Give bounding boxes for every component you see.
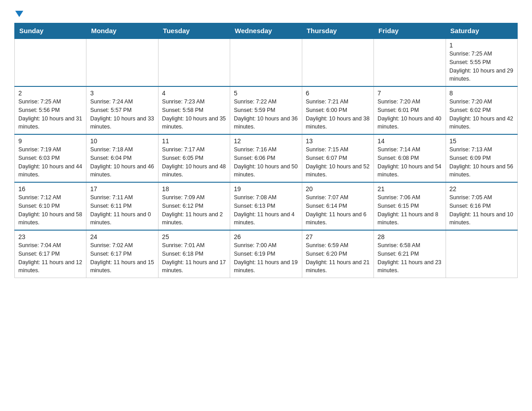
day-info: Sunrise: 7:15 AMSunset: 6:07 PMDaylight:… [306, 146, 370, 179]
day-number: 18 [162, 185, 226, 193]
day-info: Sunrise: 7:20 AMSunset: 6:01 PMDaylight:… [378, 98, 442, 131]
calendar-cell: 17Sunrise: 7:11 AMSunset: 6:11 PMDayligh… [86, 182, 158, 230]
logo-triangle-icon [15, 11, 23, 17]
calendar-cell: 25Sunrise: 7:01 AMSunset: 6:18 PMDayligh… [158, 230, 230, 278]
day-number: 23 [18, 233, 82, 240]
calendar-cell [302, 39, 373, 86]
day-info: Sunrise: 7:25 AMSunset: 5:56 PMDaylight:… [18, 98, 82, 131]
day-number: 11 [162, 137, 226, 145]
calendar-cell: 2Sunrise: 7:25 AMSunset: 5:56 PMDaylight… [15, 86, 86, 134]
calendar-cell: 7Sunrise: 7:20 AMSunset: 6:01 PMDaylight… [374, 86, 446, 134]
day-number: 4 [162, 90, 226, 97]
day-number: 22 [450, 185, 514, 193]
day-info: Sunrise: 7:22 AMSunset: 5:59 PMDaylight:… [234, 98, 298, 131]
day-number: 8 [450, 90, 514, 97]
calendar-cell: 14Sunrise: 7:14 AMSunset: 6:08 PMDayligh… [374, 134, 446, 182]
day-number: 10 [90, 137, 154, 145]
logo [14, 11, 23, 16]
calendar-cell [158, 39, 230, 86]
day-info: Sunrise: 7:21 AMSunset: 6:00 PMDaylight:… [306, 98, 370, 131]
day-info: Sunrise: 7:11 AMSunset: 6:11 PMDaylight:… [90, 193, 154, 227]
column-header-sunday: Sunday [15, 23, 86, 39]
calendar-cell [86, 39, 158, 86]
day-info: Sunrise: 7:09 AMSunset: 6:12 PMDaylight:… [162, 193, 226, 227]
calendar-cell [230, 39, 302, 86]
day-number: 24 [90, 233, 154, 240]
calendar-cell: 19Sunrise: 7:08 AMSunset: 6:13 PMDayligh… [230, 182, 302, 230]
day-info: Sunrise: 7:19 AMSunset: 6:03 PMDaylight:… [18, 146, 82, 179]
day-info: Sunrise: 7:18 AMSunset: 6:04 PMDaylight:… [90, 146, 154, 179]
day-info: Sunrise: 7:06 AMSunset: 6:15 PMDaylight:… [378, 193, 442, 227]
day-info: Sunrise: 7:01 AMSunset: 6:18 PMDaylight:… [162, 241, 226, 275]
calendar-cell: 9Sunrise: 7:19 AMSunset: 6:03 PMDaylight… [15, 134, 86, 182]
calendar-cell: 8Sunrise: 7:20 AMSunset: 6:02 PMDaylight… [446, 86, 517, 134]
day-info: Sunrise: 7:02 AMSunset: 6:17 PMDaylight:… [90, 241, 154, 275]
calendar-cell: 21Sunrise: 7:06 AMSunset: 6:15 PMDayligh… [374, 182, 446, 230]
day-number: 2 [18, 90, 82, 97]
day-info: Sunrise: 7:25 AMSunset: 5:55 PMDaylight:… [450, 50, 514, 83]
calendar-cell: 23Sunrise: 7:04 AMSunset: 6:17 PMDayligh… [15, 230, 86, 278]
day-number: 19 [234, 185, 298, 193]
day-info: Sunrise: 7:20 AMSunset: 6:02 PMDaylight:… [450, 98, 514, 131]
calendar-cell: 27Sunrise: 6:59 AMSunset: 6:20 PMDayligh… [302, 230, 373, 278]
column-header-friday: Friday [374, 23, 446, 39]
calendar-cell: 16Sunrise: 7:12 AMSunset: 6:10 PMDayligh… [15, 182, 86, 230]
calendar-table: SundayMondayTuesdayWednesdayThursdayFrid… [14, 23, 518, 278]
calendar-cell: 22Sunrise: 7:05 AMSunset: 6:16 PMDayligh… [446, 182, 517, 230]
day-number: 13 [306, 137, 370, 145]
column-header-monday: Monday [86, 23, 158, 39]
day-info: Sunrise: 7:00 AMSunset: 6:19 PMDaylight:… [234, 241, 298, 275]
day-number: 16 [18, 185, 82, 193]
page-header [14, 11, 518, 16]
day-number: 25 [162, 233, 226, 240]
calendar-week-3: 9Sunrise: 7:19 AMSunset: 6:03 PMDaylight… [15, 134, 518, 182]
day-info: Sunrise: 7:23 AMSunset: 5:58 PMDaylight:… [162, 98, 226, 131]
calendar-cell: 26Sunrise: 7:00 AMSunset: 6:19 PMDayligh… [230, 230, 302, 278]
day-info: Sunrise: 7:14 AMSunset: 6:08 PMDaylight:… [378, 146, 442, 179]
calendar-week-4: 16Sunrise: 7:12 AMSunset: 6:10 PMDayligh… [15, 182, 518, 230]
day-info: Sunrise: 7:24 AMSunset: 5:57 PMDaylight:… [90, 98, 154, 131]
day-number: 7 [378, 90, 442, 97]
calendar-cell: 15Sunrise: 7:13 AMSunset: 6:09 PMDayligh… [446, 134, 517, 182]
calendar-cell [15, 39, 86, 86]
column-header-saturday: Saturday [446, 23, 517, 39]
day-info: Sunrise: 6:58 AMSunset: 6:21 PMDaylight:… [378, 241, 442, 275]
calendar-cell [374, 39, 446, 86]
day-number: 5 [234, 90, 298, 97]
calendar-cell: 1Sunrise: 7:25 AMSunset: 5:55 PMDaylight… [446, 39, 517, 86]
column-header-wednesday: Wednesday [230, 23, 302, 39]
column-header-thursday: Thursday [302, 23, 373, 39]
day-number: 20 [306, 185, 370, 193]
calendar-cell: 28Sunrise: 6:58 AMSunset: 6:21 PMDayligh… [374, 230, 446, 278]
day-info: Sunrise: 6:59 AMSunset: 6:20 PMDaylight:… [306, 241, 370, 275]
day-number: 26 [234, 233, 298, 240]
calendar-cell: 3Sunrise: 7:24 AMSunset: 5:57 PMDaylight… [86, 86, 158, 134]
calendar-cell: 12Sunrise: 7:16 AMSunset: 6:06 PMDayligh… [230, 134, 302, 182]
day-info: Sunrise: 7:12 AMSunset: 6:10 PMDaylight:… [18, 193, 82, 227]
calendar-week-1: 1Sunrise: 7:25 AMSunset: 5:55 PMDaylight… [15, 39, 518, 86]
calendar-week-5: 23Sunrise: 7:04 AMSunset: 6:17 PMDayligh… [15, 230, 518, 278]
calendar-cell: 24Sunrise: 7:02 AMSunset: 6:17 PMDayligh… [86, 230, 158, 278]
calendar-week-2: 2Sunrise: 7:25 AMSunset: 5:56 PMDaylight… [15, 86, 518, 134]
column-header-tuesday: Tuesday [158, 23, 230, 39]
day-number: 3 [90, 90, 154, 97]
day-number: 28 [378, 233, 442, 240]
calendar-cell: 11Sunrise: 7:17 AMSunset: 6:05 PMDayligh… [158, 134, 230, 182]
day-info: Sunrise: 7:16 AMSunset: 6:06 PMDaylight:… [234, 146, 298, 179]
calendar-cell: 6Sunrise: 7:21 AMSunset: 6:00 PMDaylight… [302, 86, 373, 134]
calendar-cell: 10Sunrise: 7:18 AMSunset: 6:04 PMDayligh… [86, 134, 158, 182]
day-number: 14 [378, 137, 442, 145]
day-info: Sunrise: 7:08 AMSunset: 6:13 PMDaylight:… [234, 193, 298, 227]
calendar-header-row: SundayMondayTuesdayWednesdayThursdayFrid… [15, 23, 518, 39]
calendar-cell: 4Sunrise: 7:23 AMSunset: 5:58 PMDaylight… [158, 86, 230, 134]
calendar-cell [446, 230, 517, 278]
day-info: Sunrise: 7:04 AMSunset: 6:17 PMDaylight:… [18, 241, 82, 275]
day-number: 6 [306, 90, 370, 97]
calendar-cell: 20Sunrise: 7:07 AMSunset: 6:14 PMDayligh… [302, 182, 373, 230]
day-number: 9 [18, 137, 82, 145]
day-info: Sunrise: 7:05 AMSunset: 6:16 PMDaylight:… [450, 193, 514, 227]
day-number: 27 [306, 233, 370, 240]
calendar-cell: 18Sunrise: 7:09 AMSunset: 6:12 PMDayligh… [158, 182, 230, 230]
day-info: Sunrise: 7:13 AMSunset: 6:09 PMDaylight:… [450, 146, 514, 179]
calendar-cell: 5Sunrise: 7:22 AMSunset: 5:59 PMDaylight… [230, 86, 302, 134]
